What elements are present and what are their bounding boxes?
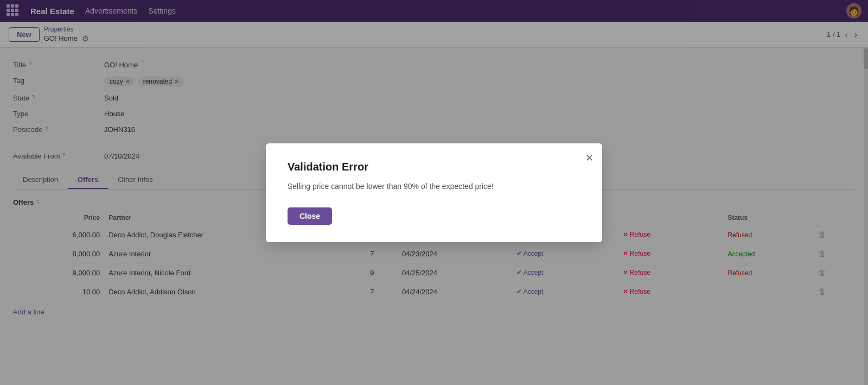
modal-title: Validation Error bbox=[288, 161, 580, 173]
modal-close-button[interactable]: Close bbox=[288, 207, 332, 225]
modal-close-x-button[interactable]: ✕ bbox=[585, 152, 593, 164]
validation-error-modal: ✕ Validation Error Selling price cannot … bbox=[266, 143, 602, 242]
modal-footer: Close bbox=[288, 207, 580, 225]
modal-overlay: ✕ Validation Error Selling price cannot … bbox=[0, 0, 868, 385]
modal-message: Selling price cannot be lower than 90% o… bbox=[288, 181, 580, 192]
